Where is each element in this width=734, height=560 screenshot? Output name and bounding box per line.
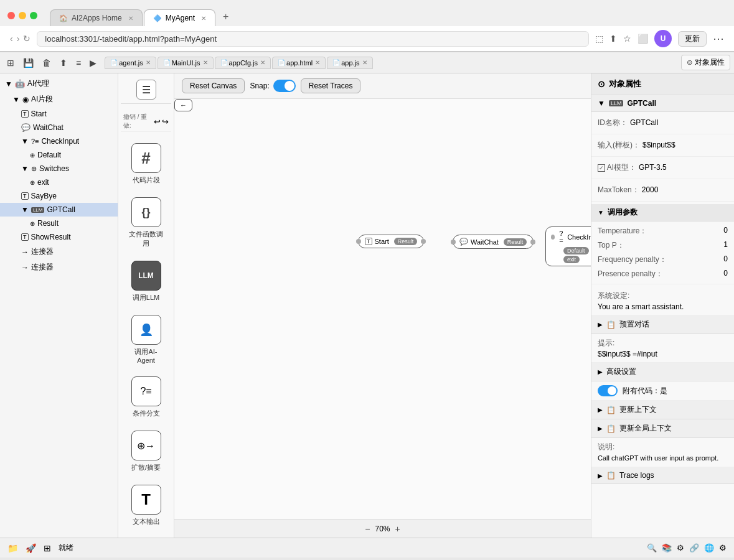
advanced-settings-arrow: ▶ [598, 368, 603, 375]
checkinput-toggle: ▼ [21, 137, 29, 146]
url-input[interactable]: localhost:3301/-tabedit/app.html?path=My… [37, 31, 589, 47]
zoom-in-button[interactable]: + [395, 524, 400, 534]
component-title-collapse[interactable]: ▼ [598, 99, 605, 108]
palette-scatter[interactable]: ⊕→ 扩散/摘要 [123, 427, 170, 476]
status-search-icon[interactable]: 🔍 [647, 543, 657, 553]
grid-tool-button[interactable]: ⊞ [4, 56, 17, 70]
update-global-row[interactable]: ▶ 📋 更新全局上下文 [591, 419, 734, 438]
flow-node-waitchat[interactable]: 💬 WaitChat Result [453, 235, 534, 249]
folder-icon[interactable]: 📁 [7, 543, 18, 553]
tab-myagent[interactable]: 🔷 MyAgent ✕ [144, 9, 215, 26]
more-menu-button[interactable]: ⋯ [713, 32, 724, 45]
tab-bar: 🏠 AI2Apps Home ✕ 🔷 MyAgent ✕ + [42, 7, 703, 26]
file-tab-app-js-close[interactable]: ✕ [362, 59, 367, 66]
advanced-settings-row[interactable]: ▶ 高级设置 [591, 363, 734, 381]
trace-logs-row[interactable]: ▶ 📋 Trace logs [591, 467, 734, 484]
snap-toggle-switch[interactable] [273, 80, 296, 92]
reset-traces-button[interactable]: Reset Traces [301, 78, 361, 93]
file-tab-mainui-js[interactable]: 📄 MainUI.js ✕ [158, 57, 214, 69]
user-avatar[interactable]: U [654, 30, 672, 47]
status-settings-icon[interactable]: ⚙ [719, 543, 727, 553]
status-book-icon[interactable]: 📚 [662, 543, 672, 553]
share-icon[interactable]: ⬆ [609, 34, 617, 44]
delete-tool-button[interactable]: 🗑 [39, 56, 54, 70]
tab-ai2apps[interactable]: 🏠 AI2Apps Home ✕ [50, 9, 143, 26]
component-title-row: ▼ LLM GPTCall [591, 95, 734, 112]
minimize-traffic-light[interactable] [19, 12, 26, 19]
tab-myagent-close[interactable]: ✕ [201, 15, 206, 22]
upload-tool-button[interactable]: ⬆ [57, 56, 70, 70]
palette-code-segment[interactable]: # 代码片段 [123, 139, 170, 189]
palette-ai-agent[interactable]: 👤 调用AI-Agent [123, 311, 170, 368]
sidebar-item-start[interactable]: T Start [0, 107, 118, 121]
file-tab-app-html-close[interactable]: ✕ [315, 59, 320, 66]
layout-tool-button[interactable]: ≡ [73, 56, 84, 70]
file-tab-app-html[interactable]: 📄 app.html ✕ [272, 57, 326, 69]
sidebar-item-connector2[interactable]: → 连接器 [0, 259, 118, 275]
run-tool-button[interactable]: ▶ [87, 56, 100, 70]
new-tab-button[interactable]: + [217, 7, 235, 26]
input-connector-node[interactable]: ← [174, 99, 192, 111]
sidebar-item-switches[interactable]: ▼ ⊕ Switches [0, 162, 118, 175]
file-tab-appcfg-js[interactable]: 📄 appCfg.js ✕ [215, 57, 271, 69]
tune-params-header[interactable]: ▼ 调用参数 [591, 204, 734, 222]
forward-button[interactable]: › [17, 34, 20, 44]
reset-canvas-button[interactable]: Reset Canvas [182, 78, 245, 93]
file-tab-app-js[interactable]: 📄 app.js ✕ [327, 57, 372, 69]
tab-ai2apps-close[interactable]: ✕ [128, 15, 133, 22]
grid-icon[interactable]: ⊞ [44, 543, 51, 553]
translate-icon[interactable]: ⬚ [595, 34, 603, 44]
sidebar-item-default[interactable]: ⊕ Default [0, 148, 118, 162]
sidebar-item-ai-agent-root[interactable]: ▼ 🤖 AI代理 [0, 76, 118, 91]
palette-file-func[interactable]: {} 文件函数调用 [123, 194, 170, 252]
sidebar-item-result[interactable]: ⊕ Result [0, 217, 118, 230]
rocket-icon[interactable]: 🚀 [26, 543, 36, 553]
sidebar-item-connector1[interactable]: → 连接器 [0, 244, 118, 259]
canvas-area[interactable]: Reset Canvas Snap: Reset Traces [174, 73, 591, 538]
close-traffic-light[interactable] [7, 12, 15, 19]
preset-dialog-row[interactable]: ▶ 📋 预置对话 [591, 315, 734, 334]
flow-node-start[interactable]: T Start Result [358, 235, 424, 248]
attach-code-toggle[interactable] [598, 385, 618, 396]
update-button[interactable]: 更新 [678, 31, 707, 47]
waitchat-node-type-icon: 💬 [459, 238, 468, 246]
switches-label: Switches [39, 164, 69, 173]
back-button[interactable]: ‹ [10, 34, 13, 44]
switches-icon: ⊕ [31, 165, 37, 173]
obj-props-button[interactable]: ⊙ 对象属性 [681, 55, 730, 70]
file-tab-agent-js[interactable]: 📄 agent.js ✕ [105, 57, 156, 69]
nav-buttons: ‹ › ↻ [10, 34, 31, 44]
bookmark-icon[interactable]: ☆ [623, 34, 631, 44]
refresh-button[interactable]: ↻ [23, 34, 31, 44]
palette-llm-call[interactable]: LLM 调用LLM [123, 257, 170, 306]
undo-button[interactable]: ↩ [154, 117, 161, 126]
maximize-traffic-light[interactable] [30, 12, 37, 19]
sidebar-item-showresult[interactable]: T ShowResult [0, 230, 118, 244]
palette-text-output[interactable]: T 文本输出 [123, 481, 170, 530]
status-filter-icon[interactable]: ⚙ [677, 543, 684, 553]
status-link-icon[interactable]: 🔗 [689, 543, 699, 553]
palette-menu-btn[interactable]: ☰ [121, 76, 171, 104]
sidebar-item-gptcall[interactable]: ▼ LLM GPTCall [0, 203, 118, 217]
file-tab-agent-js-close[interactable]: ✕ [146, 59, 151, 66]
split-view-icon[interactable]: ⬜ [638, 34, 648, 44]
sidebar-item-exit[interactable]: ⊕ exit [0, 175, 118, 189]
sidebar-item-waitchat[interactable]: 💬 WaitChat [0, 121, 118, 134]
palette-text-output-label: 文本输出 [133, 517, 160, 526]
sidebar-item-checkinput[interactable]: ▼ ?≡ CheckInput [0, 134, 118, 148]
sidebar-item-saybye[interactable]: T SayBye [0, 189, 118, 203]
checkinput-label: CheckInput [41, 137, 79, 146]
update-context-row[interactable]: ▶ 📋 更新上下文 [591, 401, 734, 419]
file-tab-appcfg-js-close[interactable]: ✕ [260, 59, 265, 66]
zoom-out-button[interactable]: − [365, 524, 370, 534]
redo-button[interactable]: ↪ [162, 117, 169, 126]
palette-condition[interactable]: ?≡ 条件分支 [123, 373, 170, 422]
checkinput-node-left-port [551, 235, 555, 240]
start-node-type-icon: T [365, 238, 372, 245]
waitchat-label: WaitChat [33, 123, 64, 132]
flow-node-checkinput[interactable]: ?= CheckInput Default exit [545, 226, 591, 266]
status-globe-icon[interactable]: 🌐 [704, 543, 714, 553]
file-tab-mainui-js-close[interactable]: ✕ [203, 59, 208, 66]
sidebar-item-ai-segment[interactable]: ▼ ◉ AI片段 [0, 91, 118, 107]
save-tool-button[interactable]: 💾 [20, 56, 37, 70]
